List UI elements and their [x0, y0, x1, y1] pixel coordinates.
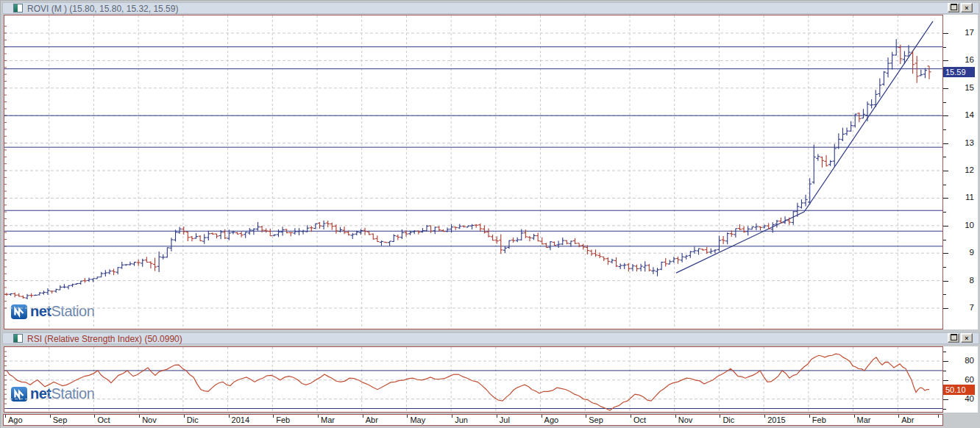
time-axis-tick — [139, 415, 140, 418]
price-axis-label: 9 — [949, 248, 974, 257]
time-axis-tick — [363, 415, 363, 418]
time-axis-tick — [184, 415, 185, 418]
rsi-close-button[interactable]: × — [961, 333, 973, 343]
time-axis-label: Jun — [455, 415, 468, 424]
rsi-panel-titlebar[interactable]: RSI (Relative Strength Index) (50.0990) — [2, 332, 979, 344]
maximize-button[interactable] — [948, 3, 959, 13]
price-axis-tick — [943, 198, 948, 199]
rsi-axis-tick — [943, 399, 948, 400]
price-axis-label: 11 — [949, 193, 974, 201]
close-button[interactable]: × — [961, 3, 973, 13]
rsi-panel-title: RSI (Relative Strength Index) (50.0990) — [27, 334, 182, 344]
price-axis-label: 10 — [949, 221, 974, 229]
time-axis-tick — [854, 415, 855, 418]
time-axis-tick — [898, 415, 899, 418]
rsi-axis[interactable]: 406080 — [943, 346, 978, 413]
rsi-axis-tick — [943, 409, 946, 410]
rsi-value-tag: 50.10 — [943, 385, 975, 395]
time-axis-tick — [675, 415, 676, 418]
price-panel-titlebar[interactable]: ROVI (M ) (15.80, 15.80, 15.32, 15.59) — [2, 2, 979, 14]
price-chart-plot[interactable] — [4, 15, 943, 329]
time-axis-tick — [542, 415, 542, 418]
time-axis-tick — [452, 415, 452, 418]
price-panel-title: ROVI (M ) (15.80, 15.80, 15.32, 15.59) — [27, 4, 178, 14]
time-axis-label: 2015 — [767, 415, 785, 424]
time-axis-label: Ago — [8, 415, 23, 424]
time-axis-tick — [407, 415, 408, 418]
price-axis-tick — [943, 240, 946, 240]
time-axis-label: Abr — [901, 415, 914, 424]
price-axis-tick — [943, 171, 948, 171]
time-axis-label: May — [410, 415, 425, 424]
price-axis-tick — [943, 212, 946, 213]
rsi-chart-plot[interactable] — [4, 346, 943, 413]
time-axis-label: 2014 — [232, 415, 249, 424]
time-axis-tick — [5, 415, 6, 418]
time-axis-label: Jul — [500, 415, 510, 424]
rsi-axis-tick — [943, 371, 946, 371]
time-axis-label: Dic — [187, 415, 199, 424]
time-axis-tick — [229, 415, 230, 418]
time-axis-label: Abr — [366, 415, 378, 424]
rsi-axis-label: 40 — [949, 394, 974, 403]
time-axis-tick — [94, 415, 95, 418]
price-axis-tick — [943, 60, 948, 61]
rsi-maximize-button[interactable] — [948, 333, 959, 343]
time-axis-label: Mar — [321, 415, 335, 424]
rsi-axis-label: 60 — [949, 375, 974, 384]
price-axis-tick — [943, 226, 948, 227]
price-axis-tick — [943, 33, 948, 34]
time-axis-label: Nov — [678, 415, 693, 424]
chart-window-icon — [13, 4, 23, 13]
chart-window-icon — [13, 334, 23, 343]
time-axis-label: Sep — [53, 415, 68, 424]
time-axis-tick — [273, 415, 274, 418]
price-axis-label: 14 — [949, 110, 974, 119]
price-axis-tick — [943, 47, 946, 48]
price-axis-tick — [943, 308, 948, 309]
rsi-axis-label: 80 — [949, 356, 974, 365]
price-axis-tick — [943, 253, 948, 254]
netstation-window: ROVI (M ) (15.80, 15.80, 15.32, 15.59) ×… — [0, 0, 980, 428]
price-axis-tick — [943, 185, 946, 185]
price-axis-label: 12 — [949, 165, 974, 174]
time-axis-tick — [50, 415, 51, 418]
time-axis-tick — [586, 415, 586, 418]
price-axis-tick — [943, 115, 948, 116]
price-axis-label: 17 — [949, 28, 974, 37]
price-axis-label: 15 — [949, 83, 974, 92]
rsi-axis-tick — [943, 361, 948, 362]
time-axis-label: Feb — [276, 415, 290, 424]
price-axis[interactable]: 7891011121314151617 — [943, 15, 978, 329]
time-axis[interactable]: AgoSepOctNovDic2014FebMarAbrMayJunJulAgo… — [3, 414, 943, 426]
time-axis-tick — [938, 415, 939, 418]
time-axis-label: Feb — [812, 415, 826, 424]
price-axis-tick — [943, 281, 948, 282]
price-axis-tick — [943, 294, 946, 295]
time-axis-tick — [497, 415, 497, 418]
time-axis-label: Dic — [722, 415, 734, 424]
time-axis-label: Nov — [142, 415, 157, 424]
price-axis-tick — [943, 102, 946, 103]
price-axis-label: 8 — [949, 276, 974, 285]
price-axis-tick — [943, 88, 948, 89]
time-axis-label: Oct — [633, 415, 646, 424]
time-axis-label: Mar — [857, 415, 871, 424]
time-axis-label: Oct — [97, 415, 110, 424]
price-axis-label: 16 — [949, 55, 974, 64]
price-axis-tick — [943, 143, 948, 144]
time-axis-tick — [809, 415, 810, 418]
time-axis-tick — [720, 415, 720, 418]
last-price-tag: 15.59 — [943, 67, 975, 77]
price-axis-tick — [943, 129, 946, 130]
time-axis-tick — [764, 415, 765, 418]
rsi-axis-tick — [943, 352, 946, 352]
time-axis-tick — [631, 415, 631, 418]
price-axis-label: 7 — [949, 303, 974, 312]
price-axis-tick — [943, 157, 946, 157]
price-axis-tick — [943, 267, 946, 268]
time-axis-tick — [318, 415, 319, 418]
time-axis-label: Sep — [589, 415, 603, 424]
price-axis-label: 13 — [949, 138, 974, 147]
time-axis-label: Ago — [544, 415, 559, 424]
